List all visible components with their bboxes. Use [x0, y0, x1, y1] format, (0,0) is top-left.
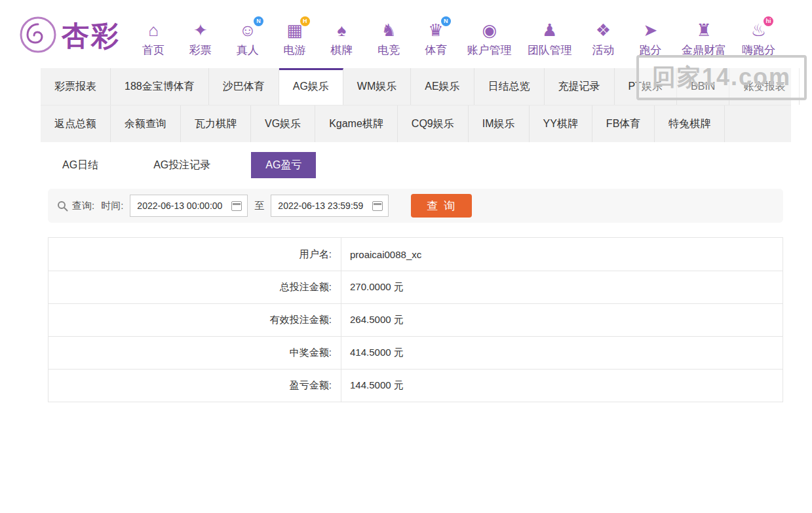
row-label: 有效投注金额:	[48, 304, 341, 336]
nav-item-wealth[interactable]: 金鼎财富	[682, 20, 726, 58]
tab-account-change-report[interactable]: 账变报表	[729, 68, 800, 105]
row-label: 总投注金额:	[48, 271, 341, 303]
row-label: 盈亏金额:	[48, 370, 341, 402]
nav-item-live[interactable]: N 真人	[232, 20, 263, 58]
table-row-total-bet: 总投注金额: 270.0000 元	[48, 271, 783, 303]
calendar-icon[interactable]	[231, 201, 242, 211]
nav-label: 活动	[592, 43, 614, 58]
nav-label: 团队管理	[528, 43, 572, 58]
tab-balance-query[interactable]: 余额查询	[111, 105, 181, 142]
profit-loss-table: 用户名: proaicai0088_xc 总投注金额: 270.0000 元 有…	[48, 237, 783, 402]
tab-rebate-total[interactable]: 返点总额	[41, 105, 111, 142]
tab-ag-entertainment[interactable]: AG娱乐	[279, 68, 343, 105]
nav-item-hi-paofen[interactable]: hi 嗨跑分	[742, 20, 775, 58]
nav-label: 嗨跑分	[742, 43, 775, 58]
start-date-box	[130, 195, 248, 217]
live-casino-icon: N	[239, 20, 256, 41]
home-icon	[148, 20, 159, 41]
row-label: 用户名:	[48, 238, 341, 271]
row-value: 264.5000 元	[341, 304, 404, 336]
tab-deposit-withdraw-records[interactable]: 充提记录	[545, 68, 615, 105]
tab-yy-chess[interactable]: YY棋牌	[530, 105, 592, 142]
query-button[interactable]: 查 询	[411, 194, 472, 218]
slot-game-icon: H	[286, 20, 303, 41]
nav-item-home[interactable]: 首页	[138, 20, 169, 58]
tab-row-2: 返点总额 余额查询 瓦力棋牌 VG娱乐 Kgame棋牌 CQ9娱乐 IM娱乐 Y…	[41, 105, 791, 142]
tab-row-1: 彩票报表 188金宝博体育 沙巴体育 AG娱乐 WM娱乐 AE娱乐 日结总览 充…	[41, 68, 791, 105]
nav-label: 金鼎财富	[682, 43, 726, 58]
table-row-username: 用户名: proaicai0088_xc	[48, 238, 783, 271]
row-value: 414.5000 元	[341, 337, 404, 369]
hi-paofen-icon: hi	[751, 20, 766, 41]
table-row-valid-bet: 有效投注金额: 264.5000 元	[48, 303, 783, 336]
nav-item-chess[interactable]: 棋牌	[326, 20, 357, 58]
new-badge: N	[254, 16, 263, 26]
team-icon	[542, 20, 557, 41]
nav-item-activity[interactable]: 活动	[587, 20, 619, 58]
esports-icon	[381, 20, 396, 41]
nav-label: 彩票	[189, 43, 212, 58]
nav-label: 电竞	[377, 43, 400, 58]
ag-subtabs: AG日结 AG投注记录 AG盈亏	[48, 152, 812, 178]
trophy-icon: N	[428, 20, 443, 41]
nav-label: 电游	[283, 43, 305, 58]
hi-badge: hi	[764, 16, 773, 26]
row-value: proaicai0088_xc	[341, 238, 421, 271]
nav-item-paofen[interactable]: 跑分	[634, 20, 666, 58]
search-bar: 查询: 时间: 至 查 询	[48, 189, 783, 223]
tab-bbin[interactable]: BBIN	[677, 68, 729, 105]
nav-item-sports[interactable]: N 体育	[420, 20, 452, 58]
row-value: 144.5000 元	[341, 370, 404, 402]
nav-label: 首页	[142, 43, 164, 58]
nav-item-team-management[interactable]: 团队管理	[528, 20, 572, 58]
tab-ae-entertainment[interactable]: AE娱乐	[411, 68, 474, 105]
subtab-ag-profit-loss[interactable]: AG盈亏	[251, 152, 316, 178]
nav-item-account-management[interactable]: 账户管理	[467, 20, 512, 58]
tab-pt-entertainment[interactable]: PT娱乐	[615, 68, 677, 105]
end-date-input[interactable]	[278, 200, 370, 211]
tab-fb-sport[interactable]: FB体育	[592, 105, 655, 142]
calendar-icon[interactable]	[372, 201, 383, 211]
tab-tetu-chess[interactable]: 特兔棋牌	[655, 105, 725, 142]
search-icon	[57, 200, 68, 212]
top-header: 杏彩 首页 彩票 N 真人 H 电游 棋牌	[0, 0, 812, 68]
time-label: 时间:	[101, 200, 123, 212]
subtab-ag-daily[interactable]: AG日结	[48, 152, 113, 178]
tab-wali-chess[interactable]: 瓦力棋牌	[181, 105, 251, 142]
nav-label: 跑分	[639, 43, 661, 58]
gift-icon	[596, 20, 611, 41]
table-row-profit-loss: 盈亏金额: 144.5000 元	[48, 369, 783, 402]
nav-label: 体育	[425, 43, 447, 58]
subtab-ag-bet-records[interactable]: AG投注记录	[139, 152, 225, 178]
tab-daily-summary[interactable]: 日结总览	[474, 68, 545, 105]
tab-transfer-report[interactable]: 转账报表	[800, 68, 812, 105]
end-date-box	[271, 195, 389, 217]
tab-shaba-sport[interactable]: 沙巴体育	[209, 68, 279, 105]
tab-vg-entertainment[interactable]: VG娱乐	[251, 105, 315, 142]
hot-badge: H	[300, 16, 310, 26]
report-tabs: 彩票报表 188金宝博体育 沙巴体育 AG娱乐 WM娱乐 AE娱乐 日结总览 充…	[41, 68, 791, 142]
tab-kgame-chess[interactable]: Kgame棋牌	[315, 105, 398, 142]
start-date-input[interactable]	[137, 200, 229, 211]
nav-item-egame[interactable]: H 电游	[279, 20, 310, 58]
nav-item-lottery[interactable]: 彩票	[185, 20, 216, 58]
nav-item-esports[interactable]: 电竞	[373, 20, 404, 58]
row-value: 270.0000 元	[341, 271, 404, 303]
table-row-win-amount: 中奖金额: 414.5000 元	[48, 336, 783, 369]
wealth-icon	[696, 20, 711, 41]
query-label: 查询:	[72, 200, 94, 212]
brand-logo[interactable]: 杏彩	[18, 15, 121, 57]
logo-swirl-icon	[18, 15, 58, 57]
nav-label: 棋牌	[330, 43, 353, 58]
main-nav: 首页 彩票 N 真人 H 电游 棋牌 电竞 N	[138, 14, 775, 58]
tab-188-jinbaobo-sport[interactable]: 188金宝博体育	[111, 68, 209, 105]
rocket-icon	[643, 20, 657, 41]
nav-label: 真人	[237, 43, 259, 58]
tab-wm-entertainment[interactable]: WM娱乐	[343, 68, 411, 105]
tab-lottery-report[interactable]: 彩票报表	[41, 68, 111, 105]
nav-label: 账户管理	[467, 43, 512, 58]
tab-im-entertainment[interactable]: IM娱乐	[469, 105, 530, 142]
to-label: 至	[254, 200, 264, 212]
tab-cq9-entertainment[interactable]: CQ9娱乐	[398, 105, 469, 142]
lottery-icon	[193, 20, 208, 41]
